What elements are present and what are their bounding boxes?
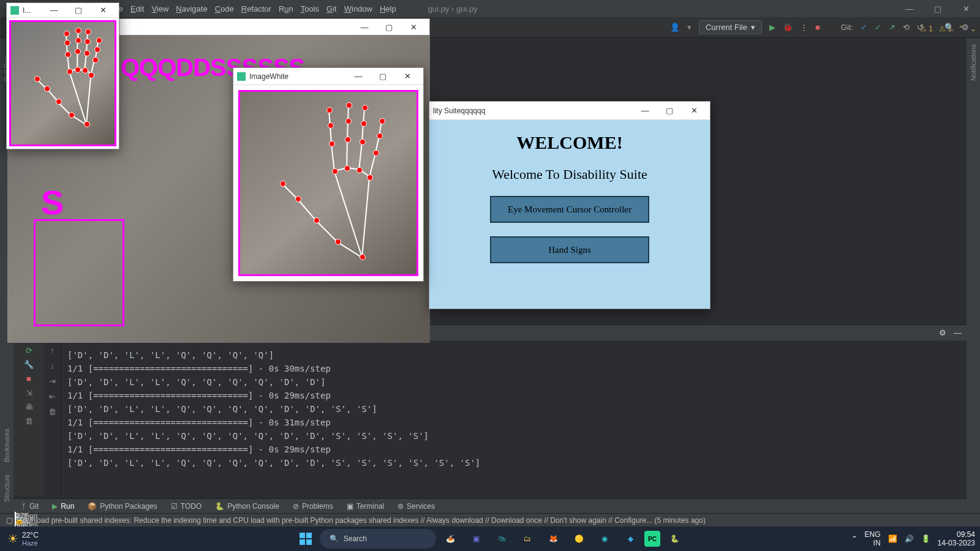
git-label: Git: — [841, 23, 853, 32]
taskbar-app-store[interactable]: 🛍 — [490, 527, 513, 550]
user-icon[interactable]: 👤 — [670, 23, 680, 32]
tooltab-services[interactable]: ⊚Services — [398, 502, 435, 511]
taskbar-app-teams[interactable]: ▣ — [464, 527, 488, 550]
weather-cond: Haze — [22, 539, 39, 547]
svg-rect-3 — [306, 539, 312, 545]
up-icon[interactable]: ↑ — [50, 346, 55, 355]
print-icon[interactable]: 🖶 — [25, 402, 33, 411]
taskbar-app-python[interactable]: 🐍 — [663, 527, 686, 550]
run-config-selector[interactable]: Current File▾ — [699, 20, 762, 34]
ide-close-button[interactable]: ✕ — [952, 0, 980, 17]
sidebar-bookmarks[interactable]: Bookmarks — [3, 429, 10, 462]
cvwh-max[interactable]: ▢ — [371, 72, 395, 81]
down-icon[interactable]: ↓ — [50, 361, 55, 370]
stop-button-icon[interactable]: ■ — [815, 23, 820, 32]
cvbig-max[interactable]: ▢ — [377, 23, 401, 32]
git-update-icon[interactable]: ✓ — [875, 23, 881, 32]
chevron-down-icon[interactable]: ⌄ — [970, 24, 976, 33]
tk-min[interactable]: — — [633, 106, 657, 115]
tooltab-run[interactable]: ▶Run — [52, 502, 74, 511]
taskbar-app-firefox[interactable]: 🦊 — [541, 527, 565, 550]
taskbar-app-1[interactable]: 🍝 — [439, 527, 462, 550]
cvwh-min[interactable]: — — [346, 72, 371, 81]
run-button-icon[interactable]: ▶ — [769, 23, 775, 32]
cvwh-title: ImageWhite — [249, 72, 346, 81]
more-run-icon[interactable]: ⋮ — [800, 23, 808, 32]
run-config-label: Current File — [706, 23, 747, 32]
menu-view[interactable]: View — [151, 4, 168, 13]
menu-navigate[interactable]: Navigate — [176, 4, 207, 13]
svg-rect-0 — [300, 533, 305, 538]
chevron-up-icon[interactable]: ⌃ — [958, 24, 964, 33]
cvbig-min[interactable]: — — [352, 23, 377, 32]
cvwh-close[interactable]: ✕ — [395, 72, 420, 81]
tooltab-python-console[interactable]: 🐍Python Console — [215, 502, 279, 511]
ide-max-button[interactable]: ▢ — [924, 0, 952, 17]
volume-icon[interactable]: 🔊 — [905, 534, 914, 543]
menu-run[interactable]: Run — [279, 4, 293, 13]
run-hide-icon[interactable]: — — [954, 328, 962, 337]
trash-icon[interactable]: 🗑 — [25, 416, 33, 425]
layout-icon[interactable]: ⇲ — [26, 388, 32, 397]
tooltab-python-packages[interactable]: 📦Python Packages — [88, 502, 157, 511]
taskbar-search[interactable]: 🔍 Search — [320, 529, 436, 549]
sidebar-structure[interactable]: Structure — [3, 474, 10, 502]
cvsm-close[interactable]: ✕ — [91, 6, 115, 15]
tray-clock[interactable]: 09:54 14-03-2023 — [938, 530, 975, 547]
git-commit-icon[interactable]: ✓ — [861, 23, 867, 32]
battery-icon[interactable]: 🔋 — [921, 534, 930, 543]
start-button[interactable] — [294, 527, 317, 550]
notifications-sidebar[interactable]: Notifications — [967, 38, 980, 87]
taskbar-weather[interactable]: ☀ 22°C Haze — [0, 531, 46, 547]
tk-app-window[interactable]: lity Suiteqqqqqq — ▢ ✕ WELCOME! Welcome … — [429, 101, 710, 309]
cvsm-image — [9, 20, 116, 146]
tk-close[interactable]: ✕ — [682, 106, 706, 115]
taskbar-app-pycharm[interactable]: PC — [644, 531, 660, 547]
tooltab-terminal[interactable]: ▣Terminal — [347, 502, 384, 511]
tooltab-todo[interactable]: ☑TODO — [171, 502, 202, 511]
tk-max[interactable]: ▢ — [657, 106, 682, 115]
tray-lang1[interactable]: ENG — [865, 530, 881, 539]
cvbig-close[interactable]: ✕ — [401, 23, 426, 32]
tray-chevron-icon[interactable]: ⌃ — [851, 534, 858, 543]
menu-tools[interactable]: Tools — [301, 4, 319, 13]
cvsm-title: I... — [23, 6, 42, 15]
menu-code[interactable]: Code — [215, 4, 234, 13]
wrap-icon[interactable]: ⇥ — [49, 377, 56, 386]
menu-edit[interactable]: Edit — [130, 4, 144, 13]
wrench-icon[interactable]: 🔧 — [24, 360, 34, 369]
scroll-icon[interactable]: ⇤ — [49, 392, 56, 401]
clear-icon[interactable]: 🗑 — [48, 407, 56, 416]
menu-help[interactable]: Help — [380, 4, 396, 13]
stop-icon[interactable]: ■ — [26, 374, 31, 383]
cvsm-min[interactable]: — — [42, 6, 66, 15]
hand-signs-button[interactable]: Hand Signs — [490, 236, 649, 263]
taskbar-app-vscode[interactable]: ◆ — [619, 527, 642, 550]
debug-button-icon[interactable]: 🐞 — [783, 23, 793, 32]
eye-movement-button[interactable]: Eye Movement Cursor Controller — [490, 196, 649, 223]
git-push-icon[interactable]: ↗ — [889, 23, 895, 32]
ide-min-button[interactable]: — — [895, 0, 924, 17]
taskbar-app-edge[interactable]: ◉ — [593, 527, 616, 550]
rerun-icon[interactable]: ⟳ — [26, 346, 32, 355]
opencv-imagewhite-window[interactable]: ImageWhite — ▢ ✕ — [233, 67, 424, 282]
taskbar-app-chrome[interactable]: 🟡 — [567, 527, 590, 550]
warning-badge-2[interactable]: ⚠ 1 — [939, 24, 952, 33]
tooltab-problems[interactable]: ⊘Problems — [293, 502, 333, 511]
opencv-crop-window[interactable]: I... — ▢ ✕ — [6, 2, 119, 149]
warning-badge[interactable]: ⚠ 1 — [920, 24, 933, 33]
status-bar: ▢ Download pre-built shared indexes: Red… — [0, 513, 980, 527]
git-history-icon[interactable]: ⟲ — [903, 23, 910, 32]
cvsm-max[interactable]: ▢ — [66, 6, 91, 15]
status-message[interactable]: Download pre-built shared indexes: Reduc… — [17, 516, 706, 525]
menu-refactor[interactable]: Refactor — [241, 4, 271, 13]
tooltab-git[interactable]: ᚶGit — [22, 502, 39, 511]
run-settings-icon[interactable]: ⚙ — [939, 328, 946, 337]
menu-window[interactable]: Window — [344, 4, 372, 13]
menu-git[interactable]: Git — [326, 4, 337, 13]
wifi-icon[interactable]: 📶 — [888, 534, 897, 543]
bottom-tool-tabs: ᚶGit▶Run📦Python Packages☑TODO🐍Python Con… — [13, 498, 967, 513]
svg-rect-1 — [306, 533, 312, 538]
taskbar-app-explorer[interactable]: 🗂 — [516, 527, 539, 550]
console-output[interactable]: ['D', 'D', 'L', 'L', 'Q', 'Q', 'Q', 'Q']… — [61, 325, 967, 496]
